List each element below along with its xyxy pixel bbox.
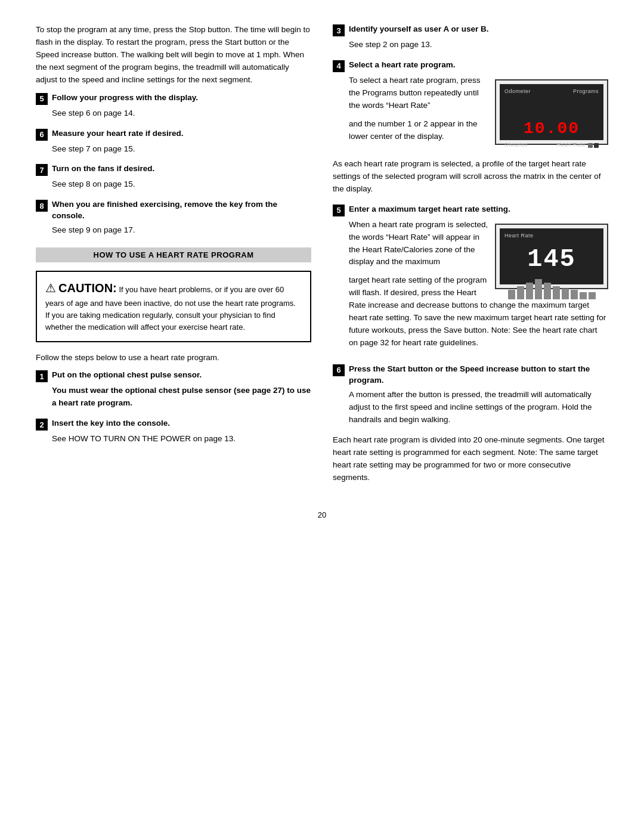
odometer-label: Odometer <box>504 88 531 96</box>
right-step-number-4: 4 <box>333 60 345 72</box>
display-number-step4: 10.00 <box>524 116 580 141</box>
right-step-number-6: 6 <box>333 364 345 376</box>
right-step-body-3: See step 2 on page 13. <box>349 39 608 51</box>
heart-rate-bars <box>508 279 596 299</box>
step-body-8: See step 9 on page 17. <box>52 224 311 237</box>
bar-7 <box>562 289 569 299</box>
right-para-2: Each heart rate program is divided into … <box>333 434 608 484</box>
follow-steps-text: Follow the steps below to use a heart ra… <box>36 352 311 364</box>
right-para-1: As each heart rate program is selected, … <box>333 158 608 196</box>
display-bottom-labels: Distance Heart Rate <box>504 141 599 150</box>
bar-9 <box>580 292 587 299</box>
heart-rate-label-step4: Heart Rate <box>556 141 586 150</box>
step-body-7: See step 8 on page 15. <box>52 178 311 191</box>
heart-step-2: 2 Insert the key into the console. See H… <box>36 418 311 445</box>
left-step-5: 5 Follow your progress with the display.… <box>36 92 311 120</box>
step-number-7: 7 <box>36 164 48 176</box>
step-title-8: When you are finished exercising, remove… <box>52 199 311 222</box>
step-number-8: 8 <box>36 200 48 212</box>
left-step-6: 6 Measure your heart rate if desired. Se… <box>36 128 311 156</box>
left-step-8: 8 When you are finished exercising, remo… <box>36 199 311 237</box>
bar-3 <box>526 283 533 299</box>
distance-label: Distance <box>504 141 528 150</box>
heart-step-body-2: See HOW TO TURN ON THE POWER on page 13. <box>52 433 311 445</box>
display-image-step5: Heart Rate 145 <box>495 224 608 289</box>
section-header: HOW TO USE A HEART RATE PROGRAM <box>36 247 311 262</box>
left-step-7: 7 Turn on the fans if desired. See step … <box>36 163 311 191</box>
bar-1 <box>508 290 515 299</box>
page-number: 20 <box>36 510 608 519</box>
matrix-display: // Will be rendered via JS below <box>516 97 587 114</box>
heart-step-title-2: Insert the key into the console. <box>52 418 170 429</box>
right-step-title-6: Press the Start button or the Speed incr… <box>349 364 608 386</box>
bar-8 <box>571 290 578 299</box>
right-column: 3 Identify yourself as user A or user B.… <box>333 24 608 493</box>
display-image-step4: Odometer Programs // Will be rendered vi… <box>495 79 608 145</box>
bar-2 <box>517 286 524 299</box>
step-number-5: 5 <box>36 93 48 105</box>
display-inner-step4: Odometer Programs // Will be rendered vi… <box>500 84 603 140</box>
programs-label: Programs <box>573 88 599 96</box>
right-step-title-3: Identify yourself as user A or user B. <box>349 24 489 35</box>
heart-rate-zone: Heart Rate <box>556 141 599 150</box>
right-step-4: 4 Select a heart rate program. Odometer … <box>333 60 608 150</box>
heart-rate-dots <box>588 143 599 148</box>
step-title-6: Measure your heart rate if desired. <box>52 128 184 140</box>
step-title-5: Follow your progress with the display. <box>52 92 198 104</box>
bar-5 <box>544 283 551 299</box>
right-step-6: 6 Press the Start button or the Speed in… <box>333 364 608 426</box>
right-step-title-5: Enter a maximum target heart rate settin… <box>349 204 510 215</box>
heart-step-title-1: Put on the optional chest pulse sensor. <box>52 370 202 381</box>
right-step-title-4: Select a heart rate program. <box>349 60 456 71</box>
right-para-text-2: Each heart rate program is divided into … <box>333 434 608 484</box>
bar-10 <box>589 292 596 299</box>
display-inner-step5: Heart Rate 145 <box>500 228 603 284</box>
step-body-6: See step 7 on page 15. <box>52 143 311 156</box>
step-number-6: 6 <box>36 129 48 141</box>
step-title-7: Turn on the fans if desired. <box>52 163 154 175</box>
right-step-3: 3 Identify yourself as user A or user B.… <box>333 24 608 51</box>
right-step-body-6: A moment after the button is pressed, th… <box>349 389 608 426</box>
caution-triangle-icon: ⚠ <box>45 281 56 295</box>
bar-4 <box>535 279 542 299</box>
heart-step-body-1: You must wear the optional chest pulse s… <box>52 385 311 410</box>
right-step-number-3: 3 <box>333 24 345 36</box>
intro-paragraph: To stop the program at any time, press t… <box>36 24 311 86</box>
right-para-text-1: As each heart rate program is selected, … <box>333 158 608 196</box>
heart-rate-display-label: Heart Rate <box>504 232 534 240</box>
heart-step-1: 1 Put on the optional chest pulse sensor… <box>36 370 311 410</box>
right-step-5: 5 Enter a maximum target heart rate sett… <box>333 204 608 355</box>
step-body-5: See step 6 on page 14. <box>52 107 311 120</box>
bar-6 <box>553 286 560 299</box>
heart-step-number-1: 1 <box>36 370 48 382</box>
heart-rate-number: 145 <box>527 240 576 279</box>
caution-box: ⚠CAUTION: If you have heart problems, or… <box>36 271 311 342</box>
right-step-number-5: 5 <box>333 205 345 216</box>
heart-step-number-2: 2 <box>36 419 48 431</box>
left-column: To stop the program at any time, press t… <box>36 24 311 493</box>
caution-title: CAUTION: <box>58 281 117 295</box>
main-layout: To stop the program at any time, press t… <box>36 24 608 493</box>
display-top-labels: Odometer Programs <box>504 88 599 96</box>
